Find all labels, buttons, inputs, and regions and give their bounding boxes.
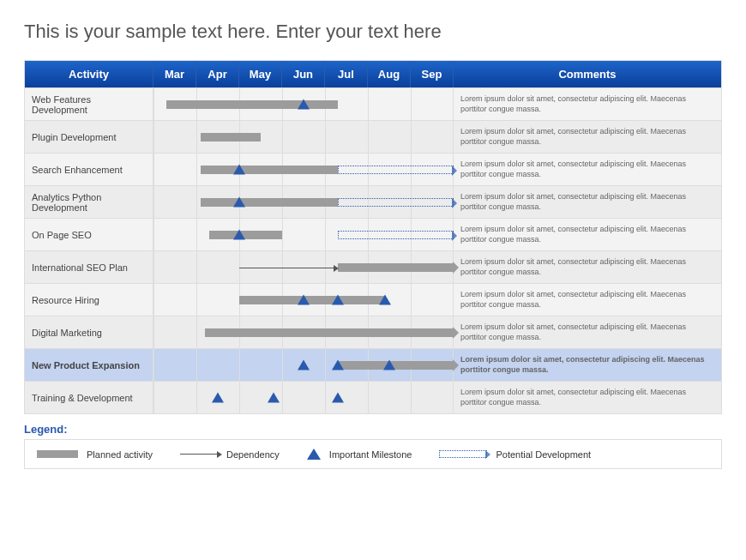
timeline-cell [153,219,454,250]
header-month: Mar [153,61,196,87]
header-month: Sep [411,61,454,87]
timeline-cell [153,316,454,348]
planned-bar [239,296,385,304]
comments-cell: Lorem ipsum dolor sit amet, consectetur … [454,88,721,120]
timeline-cell [153,186,454,218]
activity-cell: International SEO Plan [25,251,153,283]
timeline-cell [153,88,454,120]
potential-bar-icon [439,450,487,458]
activity-cell: Training & Development [25,382,153,413]
legend-potential: Potential Development [439,449,591,460]
legend: Planned activity Dependency Important Mi… [24,439,722,469]
activity-cell: On Page SEO [25,219,153,250]
milestone-triangle-icon [332,392,344,402]
table-row: New Product ExpansionLorem ipsum dolor s… [25,348,721,381]
timeline-cell [153,382,454,413]
table-row: Resource HiringLorem ipsum dolor sit ame… [25,283,721,316]
legend-milestone: Important Milestone [307,449,412,460]
milestone-triangle-icon [268,392,280,402]
milestone-triangle-icon [298,99,310,109]
planned-bar [201,166,338,174]
comments-cell: Lorem ipsum dolor sit amet, consectetur … [454,186,721,218]
timeline-cell [153,251,454,283]
comments-cell: Lorem ipsum dolor sit amet, consectetur … [454,251,721,283]
activity-cell: Plugin Development [25,121,153,153]
milestone-triangle-icon [233,164,245,174]
header-month: May [239,61,282,87]
header-month: Jun [282,61,325,87]
dependency-arrow [239,268,334,268]
milestone-triangle-icon [298,359,310,370]
planned-bar [201,198,338,207]
comments-cell: Lorem ipsum dolor sit amet, consectetur … [454,382,721,413]
comments-cell: Lorem ipsum dolor sit amet, consectetur … [454,154,721,185]
timeline-cell [153,349,454,381]
potential-bar [338,231,454,239]
table-row: Digital MarketingLorem ipsum dolor sit a… [25,316,721,348]
milestone-triangle-icon [298,294,310,304]
milestone-triangle-icon [332,294,344,304]
activity-cell: Digital Marketing [25,316,153,348]
activity-cell: Search Enhancement [25,154,153,185]
activity-cell: New Product Expansion [25,349,153,381]
timeline-cell [153,154,454,185]
milestone-triangle-icon [379,294,391,304]
timeline-cell [153,121,454,153]
table-row: Search EnhancementLorem ipsum dolor sit … [25,153,721,185]
potential-bar [338,166,454,174]
header-month: Apr [196,61,239,87]
legend-label: Potential Development [496,449,591,460]
table-row: Analytics Python DevelopmentLorem ipsum … [25,185,721,218]
table-row: Web Features DevelopmentLorem ipsum dolo… [25,87,721,120]
legend-planned: Planned activity [37,449,153,460]
header-month: Jul [325,61,368,87]
dependency-arrow-icon [180,454,218,455]
milestone-triangle-icon [383,359,395,370]
planned-bar [205,328,454,337]
milestone-triangle-icon [212,392,224,402]
planned-bar [209,231,282,239]
table-row: Plugin DevelopmentLorem ipsum dolor sit … [25,120,721,153]
milestone-triangle-icon [307,449,321,460]
legend-label: Important Milestone [329,449,412,460]
comments-cell: Lorem ipsum dolor sit amet, consectetur … [454,121,721,153]
comments-cell: Lorem ipsum dolor sit amet, consectetur … [454,349,721,381]
planned-bar [201,133,261,142]
table-row: International SEO PlanLorem ipsum dolor … [25,250,721,283]
milestone-triangle-icon [332,359,344,370]
header-comments: Comments [454,61,721,87]
header-month: Aug [368,61,411,87]
planned-bar [338,361,454,370]
planned-bar [166,100,338,109]
header-activity: Activity [25,61,153,87]
milestone-triangle-icon [233,196,245,207]
planned-bar-icon [37,450,78,458]
milestone-triangle-icon [233,229,245,239]
potential-bar [338,198,454,207]
page-title: This is your sample text here. Enter you… [24,21,722,43]
comments-cell: Lorem ipsum dolor sit amet, consectetur … [454,219,721,250]
gantt-chart: Activity Mar Apr May Jun Jul Aug Sep Com… [24,60,722,414]
activity-cell: Analytics Python Development [25,186,153,218]
legend-title: Legend: [24,423,722,436]
legend-label: Dependency [226,449,280,460]
legend-dependency: Dependency [180,449,280,460]
activity-cell: Web Features Development [25,88,153,120]
comments-cell: Lorem ipsum dolor sit amet, consectetur … [454,284,721,316]
activity-cell: Resource Hiring [25,284,153,316]
header-row: Activity Mar Apr May Jun Jul Aug Sep Com… [25,61,721,87]
table-row: Training & DevelopmentLorem ipsum dolor … [25,381,721,413]
legend-label: Planned activity [87,449,153,460]
timeline-cell [153,284,454,316]
comments-cell: Lorem ipsum dolor sit amet, consectetur … [454,316,721,348]
table-row: On Page SEOLorem ipsum dolor sit amet, c… [25,218,721,250]
planned-bar [338,263,454,272]
